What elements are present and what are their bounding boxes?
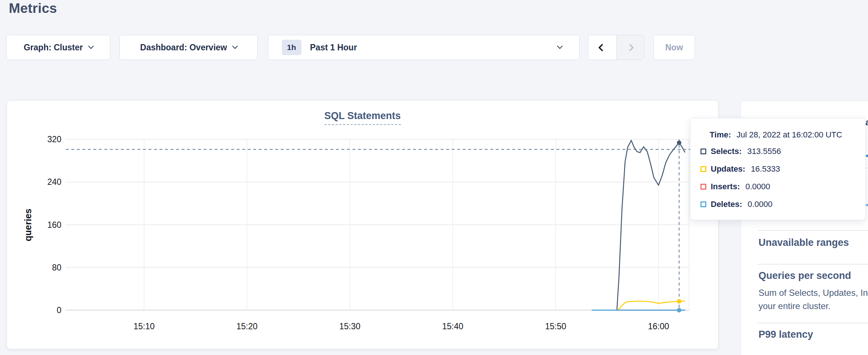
tooltip-series-value: 16.5333 (751, 164, 780, 174)
svg-text:160: 160 (47, 220, 61, 230)
sidebar-entry-queries-per-second: Queries per second (758, 270, 851, 282)
chevron-left-icon (598, 43, 606, 51)
sidebar-entry-description-line: your entire cluster. (758, 301, 831, 311)
tooltip-time-value: Jul 28, 2022 at 16:02:00 UTC (736, 130, 842, 140)
svg-text:15:20: 15:20 (236, 322, 258, 331)
chart-hover-tooltip: Time: Jul 28, 2022 at 16:02:00 UTC Selec… (690, 118, 866, 220)
tooltip-time-row: Time: Jul 28, 2022 at 16:02:00 UTC (691, 127, 865, 143)
tooltip-series-value: 313.5556 (747, 147, 781, 156)
updates-series-swatch (700, 166, 706, 172)
clipped-link-fragment (866, 204, 868, 206)
clipped-link-fragment (866, 155, 868, 157)
tooltip-series-label: Deletes: (711, 200, 742, 209)
divider (757, 264, 868, 265)
svg-text:queries: queries (23, 209, 33, 241)
svg-text:0: 0 (57, 305, 61, 315)
dashboard-label: Dashboard: Overview (140, 43, 227, 53)
time-range-badge: 1h (282, 40, 301, 55)
prev-time-button[interactable] (588, 35, 616, 60)
sidebar-entry-unavailable-ranges: Unavailable ranges (758, 237, 849, 248)
divider (757, 230, 868, 231)
sql-statements-chart-card: SQL Statements 08016024032015:1015:2015:… (7, 100, 718, 349)
chevron-down-icon (557, 43, 563, 49)
tooltip-series-row: Updates: 16.5333 (691, 160, 865, 178)
chevron-down-icon (88, 43, 94, 49)
toolbar: Graph: Cluster Dashboard: Overview 1h Pa… (0, 35, 868, 60)
svg-text:15:50: 15:50 (545, 322, 566, 331)
chevron-right-icon (626, 43, 634, 51)
metrics-page: Metrics Graph: Cluster Dashboard: Overvi… (0, 0, 868, 355)
page-title: Metrics (9, 1, 57, 16)
tooltip-time-label: Time: (710, 130, 731, 140)
tooltip-series-label: Selects: (711, 147, 742, 156)
divider (757, 323, 868, 323)
sql-statements-chart[interactable]: 08016024032015:1015:2015:3015:4015:5016:… (7, 101, 719, 349)
inserts-series-swatch (700, 184, 706, 190)
tooltip-series-row: Deletes: 0.0000 (691, 196, 865, 213)
now-button[interactable]: Now (653, 35, 695, 60)
time-range-label: Past 1 Hour (310, 43, 357, 53)
svg-text:320: 320 (47, 135, 61, 144)
clipped-text-fragment: a (865, 117, 868, 128)
graph-scope-dropdown[interactable]: Graph: Cluster (6, 35, 110, 60)
chevron-down-icon (232, 43, 238, 49)
svg-text:240: 240 (47, 177, 61, 187)
tooltip-series-row: Selects: 313.5556 (691, 143, 865, 160)
time-pager (588, 35, 644, 60)
svg-text:15:10: 15:10 (133, 322, 155, 331)
tooltip-series-label: Inserts: (711, 182, 740, 191)
tooltip-series-value: 0.0000 (745, 182, 770, 191)
tooltip-series-value: 0.0000 (748, 200, 772, 209)
time-range-select[interactable]: 1h Past 1 Hour (268, 35, 580, 60)
deletes-series-swatch (700, 201, 706, 207)
now-button-label: Now (665, 43, 683, 53)
sidebar-entry-description-line: Sum of Selects, Updates, Inser (758, 288, 868, 298)
next-time-button-disabled[interactable] (616, 35, 644, 60)
dashboard-dropdown[interactable]: Dashboard: Overview (119, 35, 258, 60)
svg-text:80: 80 (52, 263, 61, 272)
svg-text:15:40: 15:40 (442, 322, 463, 331)
tooltip-series-row: Inserts: 0.0000 (691, 178, 865, 196)
selects-series-swatch (700, 148, 706, 154)
sidebar-entry-p99-latency: P99 latency (758, 329, 813, 340)
graph-scope-label: Graph: Cluster (24, 43, 83, 53)
tooltip-series-label: Updates: (711, 164, 745, 174)
svg-text:15:30: 15:30 (339, 322, 361, 331)
svg-text:16:00: 16:00 (648, 322, 669, 331)
